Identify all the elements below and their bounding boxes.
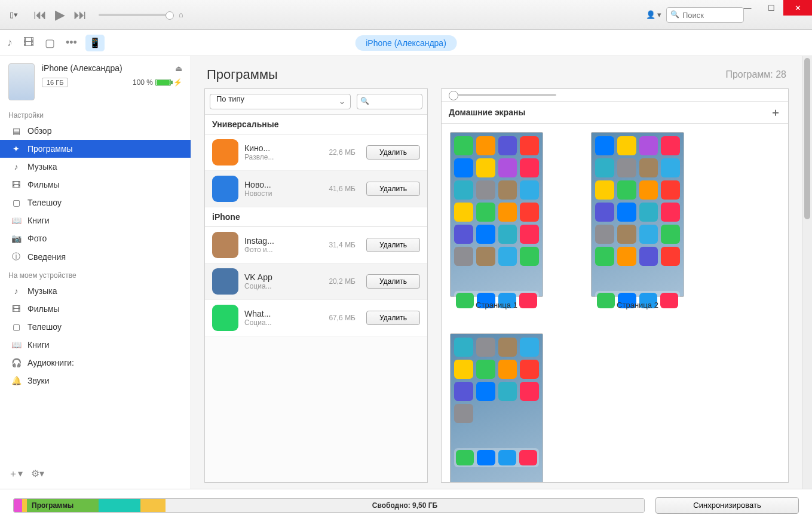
- app-size: 22,6 МБ: [323, 148, 356, 157]
- home-screen-page[interactable]: Страница 2: [591, 132, 684, 309]
- footer: Программы Свободно: 9,50 ГБ Синхронизиро…: [0, 489, 812, 521]
- app-size: 20,2 МБ: [323, 277, 356, 286]
- app-tile-icon: [595, 158, 614, 177]
- music-tab-icon[interactable]: ♪: [7, 36, 13, 49]
- app-tile-icon: [520, 203, 539, 222]
- app-row[interactable]: What... Социа... 67,6 МБ Удалить: [205, 300, 427, 336]
- app-size: 31,4 МБ: [323, 241, 356, 249]
- app-tile-icon: [476, 203, 495, 222]
- maximize-button[interactable]: ☐: [759, 0, 783, 16]
- device-tab-button[interactable]: 📱: [85, 35, 105, 51]
- prev-track-icon[interactable]: ⏮: [33, 7, 47, 23]
- volume-slider[interactable]: [99, 14, 170, 16]
- app-tile-icon: [520, 382, 539, 401]
- home-screens-title: Домашние экраны: [449, 108, 525, 117]
- app-count-label: Программ: 28: [725, 69, 786, 80]
- nav-label: Звуки: [27, 376, 50, 385]
- sidebar-item[interactable]: ♪Музыка: [0, 158, 191, 176]
- app-tile-icon: [661, 180, 680, 200]
- scrollbar[interactable]: [802, 56, 812, 489]
- delete-button[interactable]: Удалить: [366, 182, 420, 196]
- airplay-icon[interactable]: ⌂: [179, 10, 183, 19]
- app-row[interactable]: VK App Социа... 20,2 МБ Удалить: [205, 263, 427, 300]
- nav-icon: ▢: [11, 198, 22, 207]
- delete-button[interactable]: Удалить: [366, 238, 420, 252]
- storage-seg-apps: Программы: [27, 499, 99, 512]
- movies-tab-icon[interactable]: 🎞: [23, 36, 34, 49]
- sidebar-item[interactable]: ▤Обзор: [0, 122, 191, 140]
- sync-button[interactable]: Синхронизировать: [655, 497, 799, 514]
- app-tile-icon: [476, 225, 495, 244]
- app-name: Instag...: [244, 236, 317, 246]
- account-button[interactable]: 👤▾: [646, 10, 661, 19]
- sort-select[interactable]: По типу: [210, 94, 351, 109]
- app-tile-icon: [520, 247, 539, 266]
- app-tile-icon: [520, 360, 539, 379]
- sidebar-item[interactable]: ♪Музыка: [0, 282, 191, 300]
- zoom-slider[interactable]: [449, 94, 556, 96]
- eject-icon[interactable]: ⏏: [175, 64, 182, 73]
- home-screen-page[interactable]: Страница 1: [450, 132, 543, 309]
- app-tile-icon: [617, 203, 636, 222]
- app-tile-icon: [476, 360, 495, 379]
- close-button[interactable]: ✕: [783, 0, 812, 16]
- add-icon[interactable]: ＋▾: [8, 468, 23, 480]
- sidebar-item[interactable]: 🔔Звуки: [0, 372, 191, 390]
- nav-label: Сведения: [27, 252, 66, 262]
- sidebar-item[interactable]: ▢Телешоу: [0, 318, 191, 336]
- gear-icon[interactable]: ⚙▾: [31, 468, 44, 480]
- app-search-input[interactable]: [357, 94, 422, 109]
- app-name: Ново...: [244, 180, 317, 189]
- app-row[interactable]: Кино... Развле... 22,6 МБ Удалить: [205, 134, 427, 171]
- app-tile-icon: [498, 158, 517, 177]
- search-input[interactable]: [666, 7, 744, 23]
- next-track-icon[interactable]: ⏭: [73, 7, 87, 23]
- app-name: Кино...: [244, 143, 317, 153]
- play-icon[interactable]: ▶: [55, 7, 65, 23]
- sidebar-item[interactable]: ⓘСведения: [0, 247, 191, 266]
- nav-icon: ⓘ: [11, 252, 22, 262]
- delete-button[interactable]: Удалить: [366, 311, 420, 325]
- app-tile-icon: [498, 136, 517, 155]
- home-screens-grid: Страница 1Страница 2: [442, 124, 788, 482]
- tv-tab-icon[interactable]: ▢: [45, 36, 55, 50]
- nav-label: Программы: [27, 144, 73, 154]
- nav-icon: 📖: [11, 340, 22, 350]
- titlebar: ▯▾ ⏮ ▶ ⏭ ⌂ 👤▾ — ☐ ✕: [0, 0, 812, 30]
- device-name-pill[interactable]: iPhone (Александра): [355, 35, 457, 51]
- home-screen-page[interactable]: [450, 333, 543, 482]
- delete-button[interactable]: Удалить: [366, 145, 420, 160]
- app-tile-icon: [520, 158, 539, 177]
- sidebar-item[interactable]: 🎞Фильмы: [0, 300, 191, 318]
- app-row[interactable]: Instag... Фото и... 31,4 МБ Удалить: [205, 227, 427, 263]
- add-screen-icon[interactable]: ＋: [770, 105, 781, 119]
- battery-percent: 100 %: [133, 78, 153, 87]
- sidebar-item[interactable]: ✦Программы: [0, 140, 191, 158]
- person-icon: 👤: [646, 10, 655, 19]
- content: Программы Программ: 28 По типу Универсал…: [191, 56, 802, 489]
- sidebar-item[interactable]: 📖Книги: [0, 212, 191, 229]
- app-tile-icon: [520, 338, 539, 357]
- sidebar-toggle-icon[interactable]: ▯▾: [5, 7, 23, 23]
- app-tile-icon: [617, 247, 636, 266]
- nav-label: Фильмы: [27, 304, 60, 314]
- sort-value: По типу: [216, 94, 244, 103]
- app-tile-icon: [639, 158, 658, 177]
- app-tile-icon: [520, 136, 539, 155]
- sidebar-item[interactable]: 🎞Фильмы: [0, 176, 191, 194]
- app-tile-icon: [617, 180, 636, 200]
- minimize-button[interactable]: —: [736, 0, 759, 16]
- sidebar-item[interactable]: ▢Телешоу: [0, 194, 191, 212]
- nav-icon: 🎞: [11, 304, 22, 314]
- app-tile-icon: [617, 158, 636, 177]
- delete-button[interactable]: Удалить: [366, 274, 420, 289]
- more-tab-icon[interactable]: •••: [66, 36, 77, 49]
- app-category: Фото и...: [244, 246, 317, 254]
- app-category: Социа...: [244, 318, 317, 327]
- sidebar-item[interactable]: 📷Фото: [0, 229, 191, 247]
- dock-app-icon: [456, 293, 474, 308]
- phone-icon: 📱: [89, 37, 101, 48]
- sidebar-item[interactable]: 🎧Аудиокниги:: [0, 354, 191, 372]
- sidebar-item[interactable]: 📖Книги: [0, 336, 191, 354]
- app-row[interactable]: Ново... Новости 41,6 МБ Удалить: [205, 171, 427, 207]
